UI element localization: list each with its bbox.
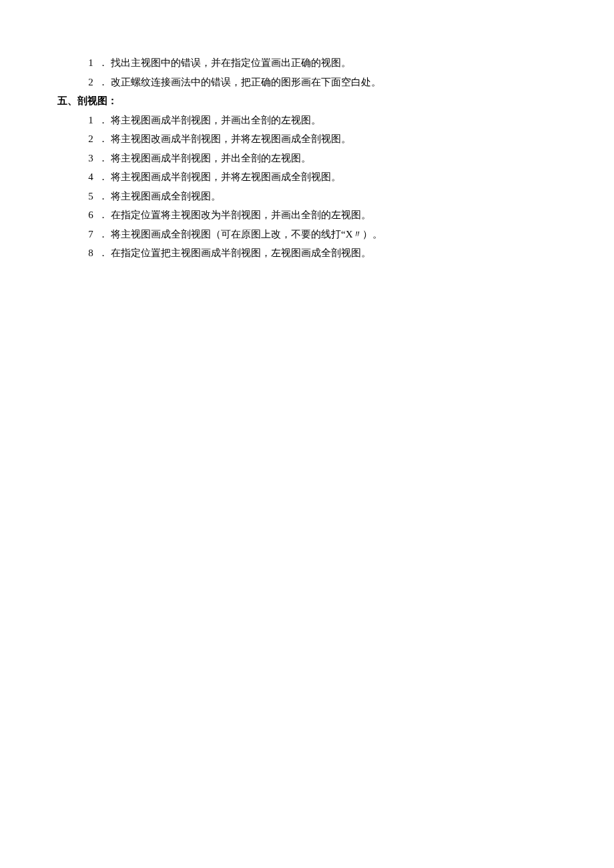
item-number: 1: [87, 53, 95, 73]
list-item: 1 ． 找出主视图中的错误，并在指定位置画出正确的视图。: [87, 53, 557, 73]
list-item: 3 ． 将主视图画成半剖视图，并出全剖的左视图。: [87, 149, 557, 168]
item-number: 8: [87, 244, 95, 263]
item-separator: ．: [95, 225, 111, 244]
section-heading: 五、剖视图：: [57, 91, 557, 111]
list-item: 8 ． 在指定位置把主视图画成半剖视图，左视图画成全剖视图。: [87, 244, 557, 263]
item-text: 将主视图改画成半剖视图，并将左视图画成全剖视图。: [111, 129, 557, 149]
item-number: 4: [87, 167, 95, 187]
item-separator: ．: [95, 129, 111, 149]
item-separator: ．: [95, 73, 111, 92]
item-text: 找出主视图中的错误，并在指定位置画出正确的视图。: [111, 53, 557, 73]
item-number: 5: [87, 187, 95, 206]
list-item: 2 ． 改正螺纹连接画法中的错误，把正确的图形画在下面空白处。: [87, 73, 557, 92]
item-text: 在指定位置将主视图改为半剖视图，并画出全剖的左视图。: [111, 205, 557, 225]
item-separator: ．: [95, 244, 111, 263]
item-text: 将主视图画成全剖视图。: [111, 187, 557, 206]
list-item: 5 ． 将主视图画成全剖视图。: [87, 187, 557, 206]
sub-numbered-list: 1 ． 将主视图画成半剖视图，并画出全剖的左视图。 2 ． 将主视图改画成半剖视…: [57, 111, 557, 263]
item-separator: ．: [95, 53, 111, 73]
item-separator: ．: [95, 187, 111, 206]
item-number: 2: [87, 73, 95, 92]
item-number: 2: [87, 129, 95, 149]
list-item: 2 ． 将主视图改画成半剖视图，并将左视图画成全剖视图。: [87, 129, 557, 149]
list-item: 7 ． 将主视图画成全剖视图（可在原图上改，不要的线打“X〃）。: [87, 225, 557, 244]
item-separator: ．: [95, 111, 111, 130]
item-text: 改正螺纹连接画法中的错误，把正确的图形画在下面空白处。: [111, 73, 557, 92]
item-text: 将主视图画成半剖视图，并出全剖的左视图。: [111, 149, 557, 168]
item-text: 将主视图画成半剖视图，并将左视图画成全剖视图。: [111, 167, 557, 187]
item-text: 将主视图画成半剖视图，并画出全剖的左视图。: [111, 111, 557, 130]
item-number: 1: [87, 111, 95, 130]
item-separator: ．: [95, 149, 111, 168]
item-text: 将主视图画成全剖视图（可在原图上改，不要的线打“X〃）。: [111, 225, 557, 244]
item-number: 7: [87, 225, 95, 244]
item-separator: ．: [95, 167, 111, 187]
list-item: 6 ． 在指定位置将主视图改为半剖视图，并画出全剖的左视图。: [87, 205, 557, 225]
item-number: 3: [87, 149, 95, 168]
item-separator: ．: [95, 205, 111, 225]
item-text: 在指定位置把主视图画成半剖视图，左视图画成全剖视图。: [111, 244, 557, 263]
list-item: 1 ． 将主视图画成半剖视图，并画出全剖的左视图。: [87, 111, 557, 130]
item-number: 6: [87, 205, 95, 225]
list-item: 4 ． 将主视图画成半剖视图，并将左视图画成全剖视图。: [87, 167, 557, 187]
top-numbered-list: 1 ． 找出主视图中的错误，并在指定位置画出正确的视图。 2 ． 改正螺纹连接画…: [57, 53, 557, 91]
